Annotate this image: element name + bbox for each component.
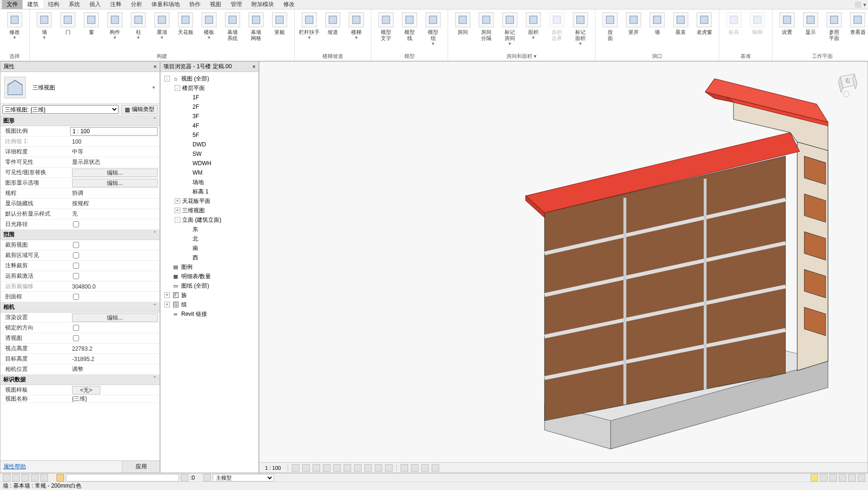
tree-node[interactable]: +天花板平面	[161, 196, 257, 206]
box-icon[interactable]	[855, 1, 861, 8]
unlock-3d-icon[interactable]	[364, 464, 372, 472]
tree-node[interactable]: 东	[161, 225, 257, 234]
highlight-icon[interactable]	[432, 464, 439, 472]
temporary-hide-icon[interactable]	[375, 464, 382, 472]
property-value[interactable]: 编辑...	[70, 313, 160, 322]
tree-node[interactable]: 标高 1	[161, 187, 257, 196]
property-value[interactable]: 编辑...	[70, 169, 160, 177]
ribbon-window-button[interactable]: 窗	[80, 11, 103, 52]
properties-instance-select[interactable]: 三维视图: {三维}	[2, 105, 119, 114]
tree-node[interactable]: DWD	[161, 140, 257, 149]
menu-tab-建筑[interactable]: 建筑	[23, 0, 43, 8]
property-value[interactable]: 显示原状态	[70, 158, 160, 166]
view-scale-button[interactable]: 1 : 100	[262, 465, 284, 471]
tree-node[interactable]: 1F	[161, 93, 257, 102]
ribbon-ramp-button[interactable]: 坡道	[321, 11, 345, 52]
ribbon-tag-area-button[interactable]: 标记 面积▼	[569, 11, 592, 52]
tree-node[interactable]: 4F	[161, 121, 257, 130]
ribbon-show-button[interactable]: 显示	[799, 11, 822, 52]
properties-type-header[interactable]: 三维视图 ▼	[0, 72, 160, 104]
constraints-icon[interactable]	[421, 464, 429, 472]
property-value[interactable]: 304800.0	[70, 283, 160, 290]
collapse-icon[interactable]: -	[175, 85, 180, 91]
menu-tab-系统[interactable]: 系统	[64, 0, 85, 8]
property-value[interactable]	[70, 325, 160, 331]
property-category[interactable]: 图形⌃	[0, 116, 160, 126]
tree-node[interactable]: 西	[161, 253, 257, 262]
detail-level-icon[interactable]	[292, 464, 299, 472]
property-value[interactable]: 22783.2	[70, 345, 160, 352]
ribbon-modify-button[interactable]: 修改▼	[3, 11, 26, 52]
workset-icon[interactable]	[203, 474, 211, 482]
property-value[interactable]: {三维}	[70, 395, 160, 403]
ribbon-model-line-button[interactable]: 模型 线	[398, 11, 421, 52]
visual-style-icon[interactable]	[302, 464, 310, 472]
crop-region-icon[interactable]	[354, 464, 362, 472]
ribbon-curtain-system-button[interactable]: 幕墙 系统	[221, 11, 244, 52]
ribbon-wall-button[interactable]: 墙▼	[32, 11, 56, 52]
viewport-3d[interactable]: 右 1 : 100	[259, 61, 868, 473]
properties-apply-button[interactable]: 应用	[122, 461, 160, 473]
rendering-icon[interactable]	[333, 464, 341, 472]
crop-view-icon[interactable]	[344, 464, 351, 472]
shadows-icon[interactable]	[323, 464, 330, 472]
properties-help-link[interactable]: 属性帮助	[0, 461, 122, 473]
sync-icon[interactable]	[848, 474, 856, 482]
property-value[interactable]: 中等	[70, 148, 160, 156]
tree-node[interactable]: WM	[161, 168, 257, 177]
tree-node[interactable]: +🄵族	[161, 290, 257, 300]
property-value[interactable]	[70, 273, 160, 279]
tree-node[interactable]: -⌂视图 (全部)	[161, 74, 257, 83]
tree-node[interactable]: +🄶组	[161, 300, 257, 309]
property-value[interactable]	[70, 263, 160, 269]
tree-node[interactable]: 场地	[161, 177, 257, 187]
property-value[interactable]	[70, 252, 160, 258]
property-category[interactable]: 相机⌃	[0, 302, 160, 313]
property-value[interactable]	[70, 294, 160, 300]
type-selector-input[interactable]	[66, 474, 179, 482]
panel-close-icon[interactable]: ×	[153, 64, 157, 70]
menu-tab-结构[interactable]: 结构	[43, 0, 64, 8]
ribbon-stair-button[interactable]: 楼梯▼	[345, 11, 368, 52]
active-workset-select[interactable]: 主模型	[213, 474, 274, 482]
property-value[interactable]: <无>	[70, 386, 160, 394]
ribbon-railing-button[interactable]: 栏杆扶手▼	[297, 11, 321, 52]
ribbon-roof-button[interactable]: 屋顶▼	[150, 11, 174, 52]
editable-only-icon[interactable]	[820, 474, 828, 482]
menu-tab-体量和场地[interactable]: 体量和场地	[147, 0, 185, 8]
tree-node[interactable]: +三维视图	[161, 206, 257, 215]
worksharing-icon[interactable]	[401, 464, 408, 472]
tree-node[interactable]: 2F	[161, 102, 257, 112]
expand-icon[interactable]: +	[164, 292, 170, 298]
ribbon-vertical-opening-button[interactable]: 垂直	[669, 11, 692, 52]
help-chevron-icon[interactable]: ▾	[863, 1, 866, 8]
property-value[interactable]	[70, 127, 158, 136]
ribbon-curtain-grid-button[interactable]: 幕墙 网格	[244, 11, 268, 52]
ribbon-area-button[interactable]: 面积▼	[522, 11, 545, 52]
tree-node[interactable]: ▦明细表/数量	[161, 272, 257, 281]
tree-node[interactable]: 5F	[161, 130, 257, 140]
ribbon-wall-opening-button[interactable]: 墙	[645, 11, 669, 52]
ribbon-shaft-button[interactable]: 竖井	[622, 11, 645, 52]
ribbon-component-button[interactable]: 构件▼	[103, 11, 127, 52]
tree-node[interactable]: 南	[161, 243, 257, 253]
ribbon-model-text-button[interactable]: 模型 文字	[374, 11, 398, 52]
sun-path-icon[interactable]	[313, 464, 320, 472]
ribbon-by-face-button[interactable]: 按 面	[598, 11, 622, 52]
menu-tab-协作[interactable]: 协作	[185, 0, 205, 8]
collapse-icon[interactable]: -	[164, 76, 170, 81]
ribbon-viewer-button[interactable]: 查看器	[846, 11, 868, 52]
expand-icon[interactable]: +	[175, 198, 180, 204]
ribbon-room-sep-button[interactable]: 房间 分隔	[474, 11, 498, 52]
analytical-icon[interactable]	[411, 464, 418, 472]
tree-node[interactable]: 3F	[161, 112, 257, 121]
ribbon-model-group-button[interactable]: 模型 组▼	[421, 11, 445, 52]
tree-node[interactable]: ▭图纸 (全部)	[161, 281, 257, 290]
select-face-icon[interactable]	[31, 474, 39, 482]
warnings-icon[interactable]	[811, 474, 818, 482]
menu-tab-修改[interactable]: 修改	[279, 0, 299, 8]
property-value[interactable]	[70, 242, 160, 248]
property-value[interactable]: 调整	[70, 365, 160, 373]
menu-tab-视图[interactable]: 视图	[205, 0, 226, 8]
expand-icon[interactable]: +	[164, 302, 170, 307]
